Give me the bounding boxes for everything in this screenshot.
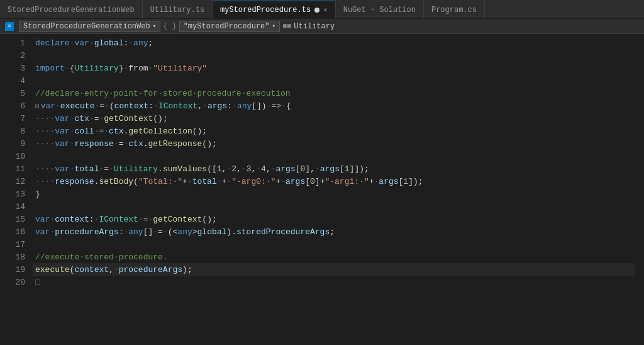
args-0-12: args bbox=[286, 177, 305, 186]
str-arg1: "-arg1:·" bbox=[325, 177, 369, 186]
line-num-10: 10 bbox=[0, 150, 25, 162]
vertical-scrollbar[interactable] bbox=[635, 34, 644, 345]
tab-label: NuGet - Solution bbox=[343, 6, 416, 14]
line-num-5: 5 bbox=[0, 87, 25, 99]
type-utilitary-11: Utilitary bbox=[114, 164, 158, 174]
keyword-declare: declare bbox=[35, 38, 70, 48]
line-num-8: 8 bbox=[0, 125, 25, 137]
args-0-11: args bbox=[276, 164, 296, 174]
code-line-9: ····var·response·=·ctx.getResponse(); bbox=[33, 137, 635, 150]
tab-label: StoredProcedureGenerationWeb bbox=[8, 6, 135, 14]
code-line-14 bbox=[33, 200, 635, 213]
code-line-16: var·procedureArgs:·any[]·=·(<any>global)… bbox=[33, 225, 635, 238]
fn-getcontext: getContext bbox=[104, 114, 153, 123]
modified-indicator bbox=[314, 8, 319, 13]
keyword-var-9: var bbox=[55, 139, 69, 149]
keyword-var-6: var bbox=[41, 101, 55, 111]
close-tab-button[interactable]: ✕ bbox=[323, 6, 328, 14]
line-num-12: 12 bbox=[0, 175, 25, 188]
type-any-2: any bbox=[237, 101, 252, 111]
line-num-9: 9 bbox=[0, 137, 25, 150]
code-line-3: import·{Utilitary}·from·"Utilitary" bbox=[33, 62, 635, 74]
line-num-19: 19 bbox=[0, 263, 25, 276]
fn-sumvalues: sumValues bbox=[163, 164, 207, 174]
collapse-icon-6[interactable]: ⊟ bbox=[35, 102, 40, 110]
ctx-ref-8: ctx bbox=[109, 127, 123, 136]
var-execute: execute bbox=[60, 101, 95, 111]
breadcrumb-separator: { } bbox=[163, 22, 177, 31]
keyword-var-8: var bbox=[55, 127, 69, 136]
code-editor[interactable]: 1 2 3 4 5 6 7 8 9 10 11 12 13 14 15 16 1… bbox=[0, 34, 644, 345]
code-line-13: } bbox=[33, 188, 635, 200]
code-line-12: ····response.setBody("Total:·"+·total·+·… bbox=[33, 175, 635, 188]
chevron-down-icon: ▾ bbox=[153, 23, 156, 30]
code-line-2 bbox=[33, 49, 635, 62]
args-1-12: args bbox=[379, 177, 398, 186]
comment-line-18: //execute·stored·procedure. bbox=[35, 252, 168, 262]
var-ctx: ctx bbox=[74, 114, 89, 123]
tab-nuget[interactable]: NuGet - Solution bbox=[336, 1, 424, 18]
line-num-15: 15 bbox=[0, 213, 25, 225]
fn-getresponse: getResponse bbox=[148, 139, 203, 149]
project-dropdown[interactable]: StoredProcedureGenerationWeb ▾ bbox=[19, 21, 160, 32]
line-num-11: 11 bbox=[0, 162, 25, 175]
code-line-1: declare·var·global:·any; bbox=[33, 37, 635, 49]
code-line-4 bbox=[33, 74, 635, 87]
breadcrumb-bar: ≡ StoredProcedureGenerationWeb ▾ { } "my… bbox=[0, 19, 644, 34]
code-content[interactable]: declare·var·global:·any; import·{Utilita… bbox=[33, 34, 635, 345]
keyword-import: import bbox=[35, 64, 65, 73]
code-line-5: //declare·entry·point·for·stored·procedu… bbox=[33, 87, 635, 99]
prop-storedprocedureargs: storedProcedureArgs bbox=[236, 227, 330, 237]
code-line-20: □ bbox=[33, 276, 635, 288]
tab-bar: StoredProcedureGenerationWeb Utilitary.t… bbox=[0, 0, 644, 19]
var-procedureargs: procedureArgs bbox=[55, 227, 118, 237]
type-icontext-15: IContext bbox=[99, 215, 138, 224]
code-line-8: ····var·coll·=·ctx.getCollection(); bbox=[33, 125, 635, 137]
type-any-16: any bbox=[128, 227, 143, 237]
tab-program[interactable]: Program.cs bbox=[424, 1, 485, 18]
line-num-3: 3 bbox=[0, 62, 25, 74]
breadcrumb-separator-2: ■■ bbox=[282, 22, 291, 31]
project-name: StoredProcedureGenerationWeb bbox=[23, 22, 150, 31]
param-context: context bbox=[114, 101, 149, 111]
line-num-18: 18 bbox=[0, 251, 25, 263]
fn-getcontext-15: getContext bbox=[153, 215, 202, 224]
code-line-18: //execute·stored·procedure. bbox=[33, 251, 635, 263]
keyword-var-15: var bbox=[35, 215, 50, 224]
code-line-11: ····var·total·=·Utilitary.sumValues([1,·… bbox=[33, 162, 635, 175]
line-numbers-gutter: 1 2 3 4 5 6 7 8 9 10 11 12 13 14 15 16 1… bbox=[0, 34, 33, 345]
line-num-2: 2 bbox=[0, 49, 25, 62]
tab-my-stored-procedure[interactable]: myStoredProcedure.ts ✕ bbox=[213, 1, 336, 18]
comment-line-5: //declare·entry·point·for·stored·procedu… bbox=[35, 89, 291, 98]
symbol-dropdown[interactable]: "myStoredProcedure" ▾ bbox=[179, 21, 280, 32]
fn-setbody: setBody bbox=[99, 177, 133, 186]
var-context-15: context bbox=[55, 215, 89, 224]
type-icontext: IContext bbox=[158, 101, 197, 111]
num-1: 1 bbox=[217, 164, 222, 174]
num-3: 3 bbox=[247, 164, 252, 174]
args-1-11: args bbox=[320, 164, 340, 174]
var-global: global bbox=[94, 38, 124, 48]
member-name: Utilitary bbox=[294, 22, 335, 31]
param-procedureargs-19: procedureArgs bbox=[119, 265, 182, 274]
line-num-4: 4 bbox=[0, 74, 25, 87]
var-total-12: total bbox=[192, 177, 217, 186]
keyword-var-11: var bbox=[55, 164, 69, 174]
tab-label: Program.cs bbox=[431, 6, 477, 14]
fn-getcollection: getCollection bbox=[128, 127, 192, 136]
closing-brace-13: } bbox=[35, 189, 40, 199]
line-num-14: 14 bbox=[0, 200, 25, 213]
project-icon: ≡ bbox=[5, 22, 14, 31]
num-2: 2 bbox=[231, 164, 236, 174]
line-num-13: 13 bbox=[0, 188, 25, 200]
fn-execute-19: execute bbox=[35, 265, 70, 274]
tab-utilitary[interactable]: Utilitary.ts bbox=[143, 1, 213, 18]
keyword-from: from bbox=[128, 64, 148, 73]
code-line-6: ⊟var·execute·=·(context:·IContext,·args:… bbox=[33, 99, 635, 112]
keyword-var: var bbox=[74, 38, 89, 48]
code-line-19: execute(context,·procedureArgs); bbox=[33, 263, 635, 276]
code-line-10 bbox=[33, 150, 635, 162]
code-line-15: var·context:·IContext·=·getContext(); bbox=[33, 213, 635, 225]
code-line-7: ····var·ctx·=·getContext(); bbox=[33, 112, 635, 125]
tab-stored-procedure-generation-web[interactable]: StoredProcedureGenerationWeb bbox=[0, 1, 143, 18]
